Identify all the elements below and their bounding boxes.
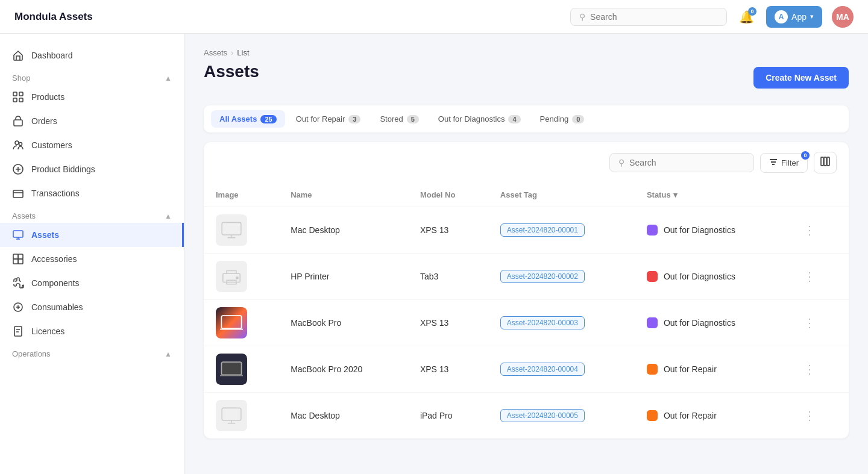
status-cell: Out for Repair bbox=[647, 364, 775, 375]
tab-out-for-diagnostics[interactable]: Out for Diagnostics 4 bbox=[430, 110, 529, 128]
svg-rect-18 bbox=[827, 157, 829, 166]
svg-rect-16 bbox=[821, 157, 823, 166]
sidebar-item-orders[interactable]: Orders bbox=[0, 109, 184, 133]
app-switcher-button[interactable]: A App ▾ bbox=[766, 6, 822, 28]
tab-out-for-repair-label: Out for Repair bbox=[296, 114, 345, 123]
app-icon: A bbox=[775, 10, 788, 23]
row-more-button[interactable]: ⋮ bbox=[799, 267, 820, 286]
cell-name: MacBook Pro bbox=[278, 300, 408, 346]
tab-pending[interactable]: Pending 0 bbox=[532, 110, 593, 128]
chevron-down-icon: ▾ bbox=[810, 13, 814, 20]
people-icon bbox=[12, 139, 24, 151]
status-cell: Out for Diagnostics bbox=[647, 317, 775, 328]
sidebar-item-licences[interactable]: Licences bbox=[0, 319, 184, 343]
main-content: Assets › List Assets Create New Asset Al… bbox=[184, 34, 868, 474]
cell-image bbox=[204, 207, 278, 254]
svg-rect-24 bbox=[222, 408, 241, 420]
card-icon bbox=[12, 187, 24, 199]
cell-tag: Asset-2024820-00001 bbox=[488, 207, 635, 254]
operations-section-label: Operations bbox=[12, 349, 51, 358]
sidebar-item-components[interactable]: Components bbox=[0, 271, 184, 295]
tab-out-for-repair-badge: 3 bbox=[348, 115, 360, 123]
cell-model: iPad Pro bbox=[408, 393, 488, 439]
app-layout: Mondula Assets ⚲ 🔔 0 A App ▾ MA bbox=[0, 0, 868, 474]
status-label: Out for Repair bbox=[664, 364, 717, 374]
global-search-input[interactable] bbox=[590, 12, 718, 22]
sidebar-item-accessories-label: Accessories bbox=[31, 254, 77, 264]
sidebar-item-product-biddings-label: Product Biddings bbox=[31, 164, 95, 174]
cell-model: Tab3 bbox=[408, 254, 488, 300]
sidebar-item-assets[interactable]: Assets bbox=[0, 223, 184, 247]
page-header: Assets Create New Asset bbox=[204, 62, 849, 93]
cell-status: Out for Repair bbox=[635, 393, 787, 439]
col-status[interactable]: Status ▾ bbox=[635, 183, 787, 207]
svg-rect-10 bbox=[13, 254, 18, 259]
sidebar-item-accessories[interactable]: Accessories bbox=[0, 247, 184, 271]
shop-section-label: Shop bbox=[12, 73, 30, 83]
status-dot bbox=[647, 225, 658, 235]
sidebar-item-dashboard[interactable]: Dashboard bbox=[0, 43, 184, 67]
sidebar-item-transactions[interactable]: Transactions bbox=[0, 181, 184, 205]
cell-actions: ⋮ bbox=[787, 207, 849, 254]
tab-all-assets[interactable]: All Assets 25 bbox=[211, 110, 285, 128]
cell-status: Out for Diagnostics bbox=[635, 254, 787, 300]
filter-button-label: Filter bbox=[781, 158, 799, 167]
shop-chevron-icon: ▲ bbox=[165, 74, 172, 83]
sidebar-item-customers[interactable]: Customers bbox=[0, 133, 184, 157]
row-more-button[interactable]: ⋮ bbox=[799, 360, 820, 379]
tab-stored[interactable]: Stored 5 bbox=[371, 110, 427, 128]
status-dot bbox=[647, 317, 658, 328]
sidebar-item-product-biddings[interactable]: Product Biddings bbox=[0, 157, 184, 181]
sidebar: Dashboard Shop ▲ Products bbox=[0, 34, 184, 474]
sidebar-item-products[interactable]: Products bbox=[0, 85, 184, 109]
sidebar-item-consumables[interactable]: Consumables bbox=[0, 295, 184, 319]
row-more-button[interactable]: ⋮ bbox=[799, 220, 820, 240]
columns-button[interactable] bbox=[814, 152, 837, 173]
tag-icon bbox=[12, 253, 24, 265]
table-search-bar[interactable]: ⚲ bbox=[609, 153, 754, 172]
table-row: MacBook Pro XPS 13 Asset-2024820-00003 O… bbox=[204, 300, 849, 346]
breadcrumb-separator: › bbox=[231, 48, 233, 57]
global-search-bar[interactable]: ⚲ bbox=[570, 8, 727, 26]
user-avatar[interactable]: MA bbox=[832, 6, 854, 28]
svg-rect-13 bbox=[18, 259, 23, 264]
cell-model: XPS 13 bbox=[408, 300, 488, 346]
svg-rect-0 bbox=[13, 92, 17, 96]
filter-button[interactable]: Filter 0 bbox=[760, 153, 808, 173]
cell-model: XPS 13 bbox=[408, 346, 488, 393]
grid-icon bbox=[12, 91, 24, 103]
breadcrumb-current: List bbox=[237, 48, 249, 57]
tab-out-for-repair[interactable]: Out for Repair 3 bbox=[288, 110, 370, 128]
table-row: Mac Desktop iPad Pro Asset-2024820-00005… bbox=[204, 393, 849, 439]
cell-image bbox=[204, 254, 278, 300]
svg-rect-9 bbox=[13, 231, 23, 237]
cell-actions: ⋮ bbox=[787, 393, 849, 439]
cell-actions: ⋮ bbox=[787, 254, 849, 300]
status-cell: Out for Diagnostics bbox=[647, 271, 775, 282]
svg-rect-23 bbox=[221, 362, 241, 375]
svg-rect-19 bbox=[222, 222, 241, 235]
tab-pending-label: Pending bbox=[540, 114, 569, 123]
cell-model: XPS 13 bbox=[408, 207, 488, 254]
svg-rect-4 bbox=[14, 120, 22, 126]
create-new-asset-button[interactable]: Create New Asset bbox=[753, 67, 849, 89]
col-name: Name bbox=[278, 183, 408, 207]
top-bar: Mondula Assets ⚲ 🔔 0 A App ▾ MA bbox=[0, 0, 868, 34]
app-logo: Mondula Assets bbox=[14, 11, 93, 23]
status-label: Out for Diagnostics bbox=[664, 225, 735, 235]
svg-rect-3 bbox=[19, 98, 23, 102]
tab-stored-label: Stored bbox=[380, 114, 403, 123]
app-button-label: App bbox=[791, 12, 807, 22]
status-dot bbox=[647, 410, 658, 421]
sidebar-item-dashboard-label: Dashboard bbox=[31, 51, 73, 60]
status-label: Out for Repair bbox=[664, 411, 717, 420]
row-more-button[interactable]: ⋮ bbox=[799, 313, 820, 332]
row-more-button[interactable]: ⋮ bbox=[799, 406, 820, 425]
notification-button[interactable]: 🔔 0 bbox=[737, 7, 756, 27]
operations-chevron-icon: ▲ bbox=[165, 350, 172, 358]
tab-all-assets-label: All Assets bbox=[219, 114, 257, 123]
monitor-icon bbox=[12, 229, 24, 241]
svg-rect-15 bbox=[14, 326, 22, 336]
table-search-input[interactable] bbox=[629, 158, 745, 167]
status-dot bbox=[647, 364, 658, 375]
